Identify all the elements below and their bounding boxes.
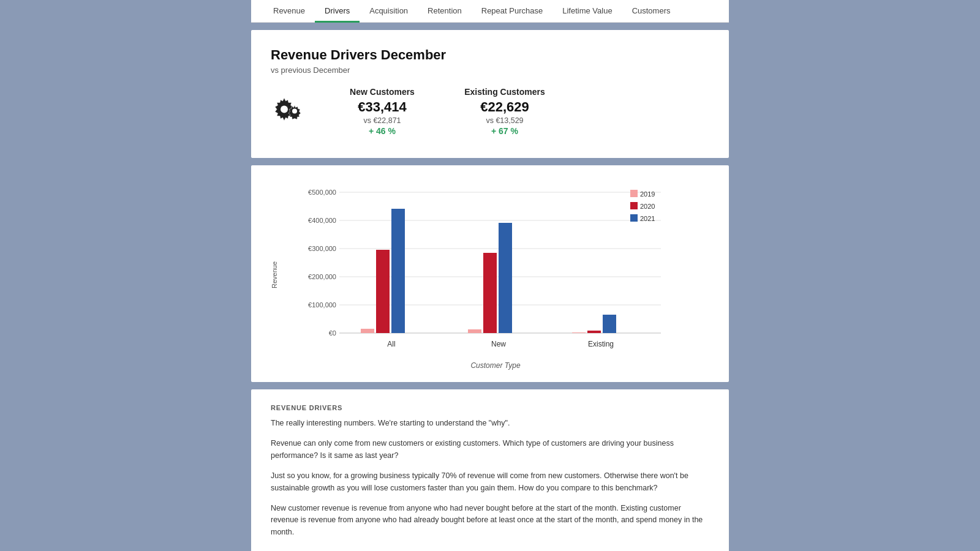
kpi-panel: Revenue Drivers December vs previous Dec… xyxy=(251,30,729,158)
svg-rect-24 xyxy=(572,332,586,333)
nav-item-lifetime-value[interactable]: Lifetime Value xyxy=(552,0,622,23)
svg-text:New: New xyxy=(491,340,506,348)
svg-point-1 xyxy=(281,106,288,113)
nav-item-repeat-purchase[interactable]: Repeat Purchase xyxy=(472,0,552,23)
chart-area: €500,000 €400,000 €300,000 €200,000 €100… xyxy=(282,180,709,370)
svg-text:€300,000: €300,000 xyxy=(308,245,336,252)
nav-bar: Revenue Drivers Acquisition Retention Re… xyxy=(251,0,729,23)
svg-text:2019: 2019 xyxy=(640,190,655,198)
svg-text:€400,000: €400,000 xyxy=(308,217,336,224)
svg-text:€0: €0 xyxy=(329,329,336,337)
y-axis-label: Revenue xyxy=(271,180,278,370)
svg-rect-16 xyxy=(361,329,374,333)
desc-paragraph-4: New customer revenue is revenue from any… xyxy=(271,503,709,538)
svg-text:€500,000: €500,000 xyxy=(308,189,336,196)
new-customers-value: €33,414 xyxy=(339,99,425,115)
svg-rect-28 xyxy=(630,190,638,197)
nav-item-customers[interactable]: Customers xyxy=(622,0,680,23)
svg-text:2020: 2020 xyxy=(640,203,655,210)
svg-point-3 xyxy=(292,109,297,114)
nav-item-retention[interactable]: Retention xyxy=(418,0,472,23)
existing-customers-label: Existing Customers xyxy=(462,87,548,97)
new-customers-change: + 46 % xyxy=(339,126,425,136)
description-panel: REVENUE DRIVERS The really interesting n… xyxy=(251,389,729,551)
svg-text:Existing: Existing xyxy=(588,340,614,348)
new-customers-compare: vs €22,871 xyxy=(339,116,425,125)
nav-item-drivers[interactable]: Drivers xyxy=(315,0,360,23)
svg-rect-26 xyxy=(603,315,616,333)
desc-paragraph-3: Just so you know, for a growing business… xyxy=(271,470,709,494)
existing-customers-change: + 67 % xyxy=(462,126,548,136)
desc-section-title: REVENUE DRIVERS xyxy=(271,404,709,411)
svg-text:2021: 2021 xyxy=(640,215,655,222)
svg-text:€100,000: €100,000 xyxy=(308,301,336,309)
nav-item-acquisition[interactable]: Acquisition xyxy=(360,0,418,23)
existing-customers-value: €22,629 xyxy=(462,99,548,115)
page-subtitle: vs previous December xyxy=(271,66,709,75)
desc-paragraph-2: Revenue can only come from new customers… xyxy=(271,438,709,462)
svg-rect-22 xyxy=(499,223,512,333)
svg-rect-20 xyxy=(468,329,481,333)
existing-customers-compare: vs €13,529 xyxy=(462,116,548,125)
kpi-row: New Customers €33,414 vs €22,871 + 46 % … xyxy=(271,87,709,136)
new-customers-kpi: New Customers €33,414 vs €22,871 + 46 % xyxy=(339,87,425,136)
gear-icon xyxy=(271,92,303,127)
svg-rect-30 xyxy=(630,202,638,209)
nav-item-revenue[interactable]: Revenue xyxy=(263,0,315,23)
svg-rect-21 xyxy=(483,253,497,333)
svg-rect-18 xyxy=(391,209,405,333)
svg-rect-17 xyxy=(376,250,390,333)
chart-panel: Revenue €500,000 €400,000 €300,000 xyxy=(251,165,729,382)
new-customers-label: New Customers xyxy=(339,87,425,97)
svg-text:€200,000: €200,000 xyxy=(308,273,336,280)
svg-rect-25 xyxy=(587,331,601,333)
desc-paragraph-1: The really interesting numbers. We're st… xyxy=(271,418,709,429)
page-title: Revenue Drivers December xyxy=(271,47,709,63)
svg-text:All: All xyxy=(387,340,395,348)
existing-customers-kpi: Existing Customers €22,629 vs €13,529 + … xyxy=(462,87,548,136)
svg-rect-32 xyxy=(630,214,638,222)
